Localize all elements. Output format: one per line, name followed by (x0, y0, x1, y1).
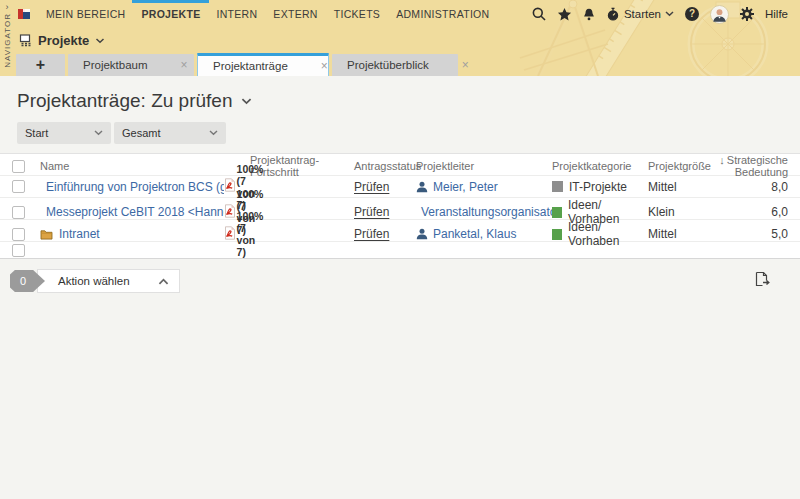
category-color-swatch (552, 229, 562, 240)
main-content: Projektanträge: Zu prüfen Start Gesamt (0, 76, 800, 499)
menu-item-projekte[interactable]: PROJEKTE (141, 0, 200, 28)
project-link[interactable]: Messeprojekt CeBIT 2018 <Hannover> (46, 205, 224, 219)
category-label: IT-Projekte (569, 180, 627, 194)
folder-icon (40, 229, 53, 240)
status-link[interactable]: Prüfen (354, 227, 416, 241)
category-color-swatch (552, 181, 563, 192)
chevron-down-icon (94, 130, 103, 136)
notifications-bell-icon[interactable] (582, 7, 596, 22)
tab-bar: + Projektbaum × Projektanträge × (0, 53, 800, 76)
action-select-label: Aktion wählen (58, 275, 130, 287)
filter-bar: Start Gesamt (17, 122, 800, 144)
column-header-category[interactable]: Projektkategorie (552, 160, 648, 172)
chevron-up-icon (158, 278, 169, 285)
close-icon[interactable]: × (168, 58, 188, 72)
filter-scope-value: Gesamt (122, 127, 161, 139)
quick-help-icon[interactable]: ? (684, 6, 700, 22)
column-header-status[interactable]: Antragsstatus (354, 160, 416, 172)
tab-projektantraege[interactable]: Projektanträge × (197, 53, 329, 76)
size-label: Mittel (648, 227, 704, 241)
search-icon[interactable] (531, 6, 547, 22)
table-row: Einführung von Projektron BCS (groß) 100… (0, 175, 800, 197)
settings-gear-icon[interactable] (739, 6, 755, 22)
tab-projektueberblick[interactable]: i Projektüberblick × (332, 54, 458, 76)
action-bar: 0 Aktion wählen (10, 269, 800, 293)
menu-item-mein-bereich[interactable]: MEIN BEREICH (46, 0, 125, 28)
tab-label: Projektüberblick (347, 59, 429, 71)
project-link[interactable]: Einführung von Projektron BCS (groß) (46, 180, 224, 194)
column-header-name[interactable]: Name (40, 160, 224, 172)
table-footer-row (0, 241, 800, 258)
export-icon[interactable] (754, 271, 770, 291)
pdf-icon[interactable] (224, 204, 236, 218)
chevron-down-icon (665, 11, 674, 17)
main-menu: MEIN BEREICH PROJEKTE INTERN EXTERN TICK… (46, 0, 489, 28)
column-header-leader[interactable]: Projektleiter (416, 160, 552, 172)
project-request-table: Name Projektantrag-Fortschritt Antragsst… (0, 153, 800, 259)
chevron-down-icon (241, 98, 252, 105)
row-checkbox[interactable] (12, 244, 25, 257)
top-menu-bar: MEIN BEREICH PROJEKTE INTERN EXTERN TICK… (0, 0, 800, 28)
starten-timer-control[interactable]: Starten (606, 7, 674, 22)
chevron-down-icon (95, 38, 105, 44)
menu-item-extern[interactable]: EXTERN (273, 0, 317, 28)
tab-projektbaum[interactable]: Projektbaum × (68, 54, 194, 76)
breadcrumb-label: Projekte (38, 33, 89, 48)
project-link[interactable]: Intranet (59, 227, 100, 241)
menu-item-tickets[interactable]: TICKETS (334, 0, 380, 28)
chevron-down-icon (209, 130, 218, 136)
hilfe-link[interactable]: Hilfe (765, 8, 788, 20)
column-header-importance[interactable]: ↓Strategische Bedeutung (704, 154, 788, 178)
importance-value: 6,0 (704, 205, 788, 219)
starten-label: Starten (624, 8, 661, 20)
page-title: Projektanträge: Zu prüfen (17, 90, 232, 112)
tab-label: Projektbaum (83, 59, 148, 71)
project-tree-icon (18, 34, 32, 47)
leader-link[interactable]: Meier, Peter (433, 180, 498, 194)
table-header-row: Name Projektantrag-Fortschritt Antragsst… (0, 154, 800, 175)
header: › NAVIGATOR MEIN BEREICH PROJEKTE INTERN… (0, 0, 800, 76)
person-filled-icon (416, 228, 428, 240)
select-all-checkbox[interactable] (12, 160, 25, 173)
favorites-star-icon[interactable] (557, 7, 572, 22)
column-header-size[interactable]: Projektgröße (648, 160, 704, 172)
close-icon[interactable]: × (449, 58, 469, 72)
column-header-importance-label: Strategische Bedeutung (727, 154, 788, 178)
menu-item-administration[interactable]: ADMINISTRATION (396, 0, 489, 28)
new-tab-button[interactable]: + (16, 54, 65, 76)
column-header-progress[interactable]: Projektantrag-Fortschritt (250, 154, 354, 178)
user-avatar[interactable] (710, 5, 729, 24)
size-label: Klein (648, 205, 704, 219)
navigator-expand-icon: › (6, 2, 9, 12)
table-row: Intranet 100% (7 von 7) Prüfen (0, 219, 800, 241)
category-label: Ideen/ Vorhaben (568, 220, 648, 248)
app-window: › NAVIGATOR MEIN BEREICH PROJEKTE INTERN… (0, 0, 800, 499)
category-color-swatch (552, 207, 562, 218)
filter-scope-select[interactable]: Gesamt (114, 122, 226, 144)
row-checkbox[interactable] (12, 228, 25, 241)
breadcrumb[interactable]: Projekte (0, 28, 800, 53)
pdf-icon[interactable] (224, 178, 236, 192)
app-logo-icon (18, 8, 30, 20)
row-checkbox[interactable] (12, 206, 25, 219)
menu-item-intern[interactable]: INTERN (216, 0, 257, 28)
view-selector[interactable]: Projektanträge: Zu prüfen (0, 76, 800, 112)
table-row: Messeprojekt CeBIT 2018 <Hannover> 100% … (0, 197, 800, 219)
filter-period-select[interactable]: Start (17, 122, 111, 144)
close-icon[interactable]: × (308, 59, 328, 73)
action-select-button[interactable]: Aktion wählen (37, 269, 180, 293)
leader-link[interactable]: Veranstaltungsorganisator (421, 205, 560, 219)
person-filled-icon (416, 181, 428, 193)
status-link[interactable]: Prüfen (354, 180, 416, 194)
row-checkbox[interactable] (12, 180, 25, 193)
svg-text:?: ? (689, 8, 695, 19)
status-link[interactable]: Prüfen (354, 205, 416, 219)
navigator-label: NAVIGATOR (3, 13, 12, 68)
navigator-strip[interactable]: › NAVIGATOR (0, 0, 14, 76)
pdf-icon[interactable] (224, 226, 236, 240)
filter-period-value: Start (25, 127, 48, 139)
size-label: Mittel (648, 180, 704, 194)
stopwatch-icon (606, 7, 620, 22)
leader-link[interactable]: Panketal, Klaus (433, 227, 516, 241)
top-icons: Starten ? (531, 5, 788, 24)
